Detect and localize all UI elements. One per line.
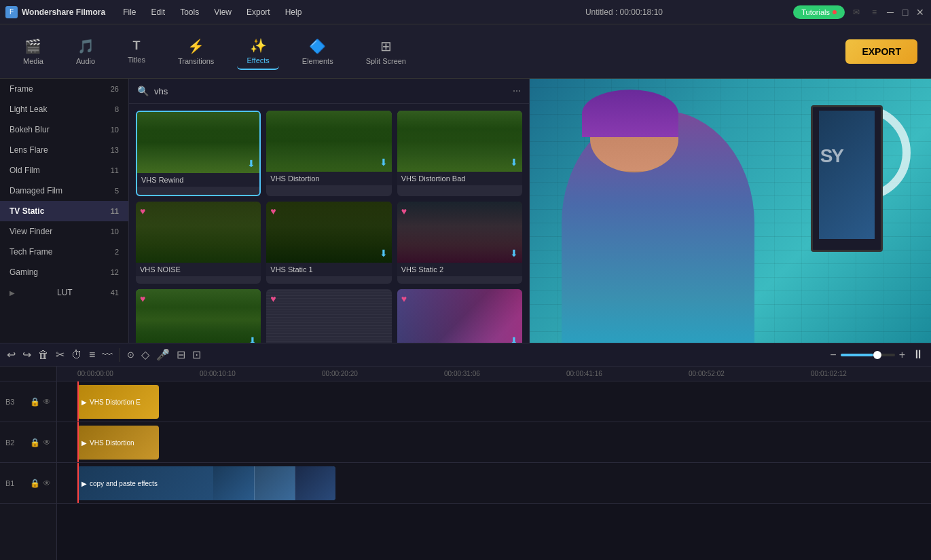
download-icon: ⬇ <box>380 157 388 168</box>
effects-sidebar: Frame 26 Light Leak 8 Bokeh Blur 10 Lens… <box>0 79 129 371</box>
effect-label: VHS Distortion Bad <box>397 172 522 185</box>
sidebar-item-light-leak[interactable]: Light Leak 8 <box>0 99 128 119</box>
timeline: ↩ ↪ 🗑 ✂ ⏱ ≡ 〰 ⊙ ◇ 🎤 ⊟ ⊡ − + ⏸ B3 <box>0 343 931 560</box>
person-hair <box>582 90 678 138</box>
effect-label: VHS NOISE <box>136 263 261 276</box>
duration-button[interactable]: ⏱ <box>71 349 82 361</box>
window-controls: Tutorials ✉ ≡ ─ □ ✕ <box>793 5 926 19</box>
clip-icon: ▶ <box>81 439 87 447</box>
redo-button[interactable]: ↪ <box>22 348 31 361</box>
toolbar-audio[interactable]: 🎵 Audio <box>67 34 105 69</box>
effect-card-vhs-distortion[interactable]: ⬇ VHS Distortion <box>266 111 391 196</box>
timeline-pause-button[interactable]: ⏸ <box>912 348 924 362</box>
undo-button[interactable]: ↩ <box>7 348 16 361</box>
effects-icon: ✨ <box>250 37 267 54</box>
effect-card-vhs-static-1[interactable]: ♥ ⬇ VHS Static 1 <box>266 202 391 284</box>
lock-icon[interactable]: 🔒 <box>30 438 40 447</box>
tutorials-button[interactable]: Tutorials <box>793 5 845 19</box>
clip-tutorial-video[interactable]: ▶ copy and paste effects <box>77 466 335 500</box>
effect-label: VHS Distortion <box>266 172 391 185</box>
track-button[interactable]: ⊟ <box>177 348 185 361</box>
menu-export[interactable]: Export <box>240 5 277 20</box>
playhead <box>77 463 79 503</box>
notification-dot <box>833 10 837 14</box>
track-row-b3: ▶ VHS Distortion E <box>57 381 931 422</box>
eye-icon[interactable]: 👁 <box>43 438 51 447</box>
zoom-thumb <box>873 351 881 359</box>
toolbar-elements[interactable]: 🔷 Elements <box>293 34 343 69</box>
toolbar-split-screen[interactable]: ⊞ Split Screen <box>357 34 416 69</box>
ruler-tick: 00:00:31:06 <box>444 370 480 377</box>
effect-thumbnail: ♥ <box>266 289 391 350</box>
track-label-b2: B2 🔒 👁 <box>0 422 56 463</box>
clip-vhs-distortion[interactable]: ▶ VHS Distortion <box>77 426 159 460</box>
thumb-strip-3 <box>295 466 335 500</box>
eye-icon[interactable]: 👁 <box>43 479 51 488</box>
preview-frame: SY <box>530 79 931 346</box>
toolbar-media[interactable]: 🎬 Media <box>14 34 53 69</box>
waveform-button[interactable]: 〰 <box>102 349 113 361</box>
toolbar-transitions-label: Transitions <box>178 57 214 65</box>
sidebar-item-tv-static[interactable]: TV Static 11 <box>0 201 128 221</box>
delete-button[interactable]: 🗑 <box>38 349 49 361</box>
menu-view[interactable]: View <box>207 5 238 20</box>
clip-vhs-distortion-effect[interactable]: ▶ VHS Distortion E <box>77 385 159 419</box>
sidebar-item-lens-flare[interactable]: Lens Flare 13 <box>0 140 128 160</box>
more-options-icon[interactable]: ⋯ <box>513 86 521 96</box>
close-button[interactable]: ✕ <box>915 7 926 18</box>
clip-icon: ▶ <box>81 398 87 406</box>
lock-icon[interactable]: 🔒 <box>30 479 40 488</box>
download-icon: ⬇ <box>510 157 518 168</box>
maximize-button[interactable]: □ <box>900 7 911 18</box>
audio-button[interactable]: 🎤 <box>156 348 170 361</box>
eye-icon[interactable]: 👁 <box>43 397 51 407</box>
toolbar-effects[interactable]: ✨ Effects <box>237 33 278 70</box>
track-row-b2: ▶ VHS Distortion <box>57 422 931 463</box>
settings-button[interactable]: ≡ <box>89 349 95 361</box>
sidebar-item-bokeh-blur[interactable]: Bokeh Blur 10 <box>0 119 128 140</box>
toolbar-titles[interactable]: T Titles <box>118 35 155 68</box>
menu-tools[interactable]: Tools <box>173 5 206 20</box>
zoom-out-button[interactable]: − <box>830 349 836 361</box>
effect-card-vhs-distortion-bad[interactable]: ⬇ VHS Distortion Bad <box>397 111 522 196</box>
sidebar-item-gaming[interactable]: Gaming 12 <box>0 262 128 282</box>
export-button[interactable]: EXPORT <box>845 39 917 64</box>
menu-bar: File Edit Tools View Export Help <box>116 5 455 20</box>
menu-edit[interactable]: Edit <box>144 5 172 20</box>
video-preview: SY <box>530 79 931 346</box>
toolbar-transitions[interactable]: ⚡ Transitions <box>168 34 223 69</box>
sidebar-item-tech-frame[interactable]: Tech Frame 2 <box>0 242 128 262</box>
effect-thumbnail: ♥ ⬇ <box>397 202 522 263</box>
sidebar-item-lut[interactable]: ▶ LUT 41 <box>0 282 128 303</box>
toolbar-media-label: Media <box>23 57 43 65</box>
effect-label: VHS Static 1 <box>266 263 391 276</box>
cut-button[interactable]: ✂ <box>56 348 65 361</box>
track-number: B2 <box>5 438 14 447</box>
subtitle-button[interactable]: ⊡ <box>192 348 201 361</box>
effect-thumbnail: ♥ ⬇ <box>397 289 522 350</box>
lock-icon[interactable]: 🔒 <box>30 397 40 407</box>
sidebar-item-view-finder[interactable]: View Finder 10 <box>0 221 128 242</box>
split-screen-icon: ⊞ <box>380 38 392 54</box>
keyframe-button[interactable]: ◇ <box>141 348 149 361</box>
search-input[interactable] <box>154 86 507 96</box>
snap-button[interactable]: ⊙ <box>127 350 134 360</box>
effect-card-vhs-noise[interactable]: ♥ VHS NOISE <box>136 202 261 284</box>
menu-file[interactable]: File <box>116 5 143 20</box>
effect-card-vhs-rewind[interactable]: ⬇ VHS Rewind <box>136 111 261 196</box>
track-label-b1: B1 🔒 👁 <box>0 463 56 504</box>
effect-card-vhs-static-2[interactable]: ♥ ⬇ VHS Static 2 <box>397 202 522 284</box>
menu-help[interactable]: Help <box>278 5 309 20</box>
heart-icon: ♥ <box>270 293 276 304</box>
search-bar: 🔍 ⋯ <box>129 79 529 104</box>
sidebar-item-damaged-film[interactable]: Damaged Film 5 <box>0 181 128 201</box>
effect-label: VHS Static 2 <box>397 263 522 276</box>
effects-grid: ⬇ VHS Rewind ⬇ VHS Distortion ⬇ VHS Dist… <box>129 104 529 371</box>
sidebar-item-old-film[interactable]: Old Film 11 <box>0 160 128 181</box>
track-icons: 🔒 👁 <box>30 479 51 488</box>
zoom-in-button[interactable]: + <box>899 349 905 361</box>
zoom-slider[interactable] <box>841 354 895 356</box>
minimize-button[interactable]: ─ <box>885 7 896 18</box>
effects-panel: 🔍 ⋯ ⬇ VHS Rewind ⬇ VHS Distortion <box>129 79 530 371</box>
sidebar-item-frame[interactable]: Frame 26 <box>0 79 128 99</box>
